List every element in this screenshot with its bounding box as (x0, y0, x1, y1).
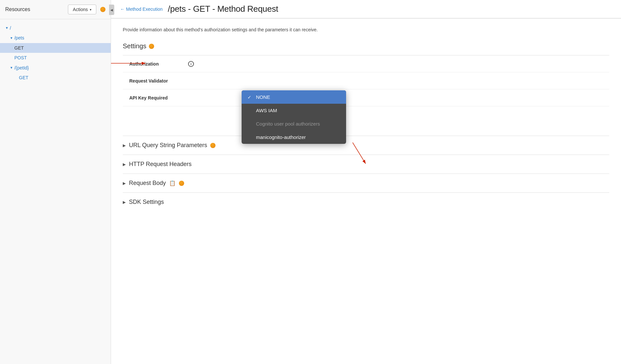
dropdown-item-manicognito[interactable]: manicognito-authorizer (242, 130, 346, 144)
authorization-row: Authorization i (123, 55, 609, 72)
dropdown-item-aws-iam[interactable]: AWS IAM (242, 104, 346, 117)
triangle-icon: ▼ (10, 65, 13, 70)
api-key-required-row: API Key Required (123, 89, 609, 106)
url-query-section: ▶ URL Query String Parameters (123, 136, 609, 155)
dropdown-item-cognito: Cognito user pool authorizers (242, 117, 346, 130)
back-arrow-icon: ← (120, 7, 125, 12)
content-area: Provide information about this method's … (111, 19, 621, 364)
request-body-label: Request Body (129, 180, 166, 187)
settings-status-dot (149, 44, 154, 49)
info-icon[interactable]: i (188, 61, 194, 67)
api-key-required-label: API Key Required (123, 95, 188, 100)
triangle-icon: ▼ (10, 36, 13, 41)
url-query-label: URL Query String Parameters (129, 142, 207, 149)
settings-title: Settings (123, 42, 609, 50)
sidebar-nav: ▼ / ▼ /pets GET POST ▼ /{petId} (0, 19, 111, 364)
dropdown-item-none[interactable]: ✓ NONE (242, 90, 346, 104)
request-body-dot (179, 181, 184, 186)
url-query-header[interactable]: ▶ URL Query String Parameters (123, 142, 609, 149)
http-headers-header[interactable]: ▶ HTTP Request Headers (123, 161, 609, 168)
request-validator-row: Request Validator (123, 72, 609, 89)
main-header: ← Method Execution /pets - GET - Method … (111, 0, 621, 19)
settings-label: Settings (123, 42, 146, 50)
nav-label-post: POST (14, 54, 27, 61)
request-validator-label: Request Validator (123, 78, 188, 83)
clipboard-icon: 📋 (169, 180, 176, 186)
nav-label-get: GET (14, 44, 24, 52)
authorization-label: Authorization (123, 61, 188, 67)
sidebar-item-petid[interactable]: ▼ /{petId} (0, 63, 111, 73)
collapse-arrow-icon: ◀ (110, 8, 113, 12)
back-link[interactable]: ← Method Execution (120, 7, 163, 12)
sdk-settings-label: SDK Settings (129, 199, 164, 205)
nav-label-petid-get: GET (19, 74, 28, 81)
url-query-dot (210, 143, 215, 148)
dropdown-label-aws-iam: AWS IAM (256, 108, 277, 113)
actions-label: Actions (73, 7, 88, 12)
check-icon: ✓ (247, 95, 253, 100)
sdk-settings-header[interactable]: ▶ SDK Settings (123, 199, 609, 205)
sidebar-title: Resources (5, 7, 64, 12)
dropdown-label-cognito: Cognito user pool authorizers (256, 121, 320, 127)
http-headers-section: ▶ HTTP Request Headers (123, 155, 609, 174)
request-body-section: ▶ Request Body 📋 (123, 174, 609, 192)
status-dot (100, 7, 105, 12)
url-query-arrow-icon: ▶ (123, 143, 126, 148)
actions-button[interactable]: Actions ▾ (68, 5, 96, 14)
http-headers-label: HTTP Request Headers (129, 161, 192, 168)
sidebar-collapse-button[interactable]: ◀ (109, 5, 114, 15)
authorization-value: i (188, 61, 609, 67)
triangle-icon: ▼ (5, 25, 8, 31)
nav-label-root: / (10, 24, 11, 32)
settings-section: Settings Authorization (123, 42, 609, 106)
actions-chevron-icon: ▾ (90, 8, 91, 11)
sidebar-item-root[interactable]: ▼ / (0, 23, 111, 33)
sidebar: Resources Actions ▾ ▼ / ▼ /pets GET (0, 0, 111, 364)
dropdown-label-none: NONE (256, 94, 270, 100)
request-body-header[interactable]: ▶ Request Body 📋 (123, 180, 609, 187)
sdk-settings-arrow-icon: ▶ (123, 200, 126, 205)
main-content: ← Method Execution /pets - GET - Method … (111, 0, 621, 364)
sdk-settings-section: ▶ SDK Settings (123, 192, 609, 211)
page-title: /pets - GET - Method Request (168, 4, 278, 14)
description-text: Provide information about this method's … (123, 26, 609, 33)
sidebar-item-get[interactable]: GET (0, 43, 111, 53)
http-headers-arrow-icon: ▶ (123, 162, 126, 167)
nav-label-petid: /{petId} (14, 64, 29, 71)
nav-label-pets: /pets (14, 34, 24, 41)
sidebar-item-petid-get[interactable]: GET (0, 73, 111, 83)
sidebar-header: Resources Actions ▾ (0, 0, 111, 19)
dropdown-label-manicognito: manicognito-authorizer (256, 134, 306, 140)
back-link-label: Method Execution (126, 7, 163, 12)
sidebar-item-post[interactable]: POST (0, 53, 111, 63)
authorization-dropdown: ✓ NONE AWS IAM Cognito user pool authori… (242, 90, 346, 144)
request-body-arrow-icon: ▶ (123, 181, 126, 186)
sidebar-item-pets[interactable]: ▼ /pets (0, 33, 111, 43)
settings-table: Authorization i Request Validator API Ke… (123, 55, 609, 106)
